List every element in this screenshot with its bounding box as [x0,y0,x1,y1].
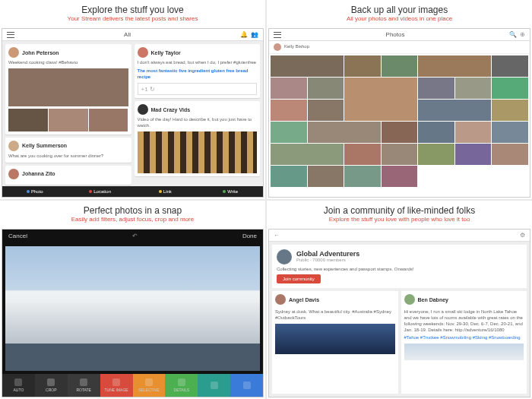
community-post[interactable]: Ben Dabney Hi everyone, I run a small sk… [401,291,527,394]
menu-icon[interactable] [274,32,281,38]
photo-thumb[interactable] [382,55,418,77]
post-author: Kelly Taylor [151,50,181,55]
panel1-title: Explore the stuff you love [0,0,265,15]
photo-thumb[interactable] [308,100,344,121]
photos-topbar: Photos 🔍⊕ [269,29,530,41]
photo-thumb[interactable] [455,122,492,143]
photo-thumb[interactable] [418,78,454,99]
photo-thumb[interactable] [271,78,307,99]
avatar [8,169,19,179]
tool-tune[interactable]: TUNE IMAGE [100,374,133,397]
tool-rotate[interactable]: ROTATE [68,374,100,397]
people-icon[interactable]: 👥 [251,31,258,38]
post-text: Weekend cooking class! #Behavio [8,60,128,66]
reshare-row[interactable]: +1 ↻ [138,83,258,95]
photo-thumb[interactable] [344,78,417,121]
join-button[interactable]: Join community [277,274,321,283]
photo-thumb[interactable] [344,144,381,165]
photo-thumb[interactable] [418,55,491,77]
tool-auto[interactable]: AUTO [2,374,35,397]
post-card[interactable]: Johanna Zito [5,166,131,185]
stream-tab[interactable]: All [14,31,240,38]
tool-details[interactable]: DETAILS [165,374,198,397]
photo-thumb[interactable] [492,144,528,165]
cancel-button[interactable]: Cancel [8,233,27,239]
tool-selective[interactable]: SELECTIVE [133,374,166,397]
post-image[interactable] [49,109,88,131]
photo-thumb[interactable] [492,55,528,77]
back-icon[interactable]: ← [274,232,280,239]
post-link[interactable]: The most fantastic five ingredient glute… [138,68,258,81]
editor-topbar: Cancel ↶ Done [2,230,263,243]
post-card[interactable]: Kelly Summerson What are you cooking ove… [5,138,131,163]
share-write[interactable]: Write [198,186,263,197]
photo-thumb[interactable] [492,78,528,99]
post-author: Ben Dabney [418,297,448,302]
post-text: Sydney at dusk. What a beautiful city. #… [275,309,395,321]
post-text: Video of the day! Hard to describe it, b… [138,117,258,129]
photo-thumb[interactable] [271,144,344,165]
post-image[interactable] [8,68,128,106]
post-image[interactable] [89,109,128,131]
tool-more2[interactable] [230,374,263,397]
editor-canvas[interactable] [5,246,260,372]
editor-toolbar: AUTO CROP ROTATE TUNE IMAGE SELECTIVE DE… [2,374,263,397]
photo-thumb[interactable] [308,122,381,143]
post-image[interactable] [8,109,48,131]
photo-thumb[interactable] [344,55,381,77]
photo-thumb[interactable] [382,166,418,187]
photo-thumb[interactable] [271,166,307,187]
post-tags[interactable]: #Tahoe #Truckee #Snowmobiling #Skiing #S… [404,335,524,341]
photo-thumb[interactable] [418,122,454,143]
photo-thumb[interactable] [271,55,344,77]
photos-user: Kelly Bishop [284,44,309,50]
share-link[interactable]: Link [133,186,198,197]
share-location[interactable]: Location [68,186,133,197]
post-author: Kelly Summerson [22,143,67,148]
avatar [274,43,281,51]
photo-thumb[interactable] [271,100,307,121]
tool-crop[interactable]: CROP [35,374,68,397]
photo-thumb[interactable] [271,122,307,143]
photo-thumb[interactable] [382,122,418,143]
done-button[interactable]: Done [242,233,257,239]
post-image[interactable] [404,344,524,360]
photo-thumb[interactable] [492,100,528,121]
post-card[interactable]: John Peterson Weekend cooking class! #Be… [5,44,131,135]
photo-thumb[interactable] [308,78,344,99]
gear-icon[interactable]: ⚙ [520,232,525,239]
avatar [138,47,148,58]
undo-icon[interactable]: ↶ [132,233,138,239]
photos-user-row: Kelly Bishop [269,41,530,54]
community-topbar: ← ⚙ [269,230,530,242]
options-icon[interactable]: ⊕ [520,31,525,38]
post-card[interactable]: Mad Crazy Vids Video of the day! Hard to… [135,101,261,176]
photo-thumb[interactable] [492,122,528,143]
post-text: I don't always eat bread, but when I do,… [138,60,258,66]
avatar [8,47,19,58]
avatar [138,104,148,115]
post-text: Hi everyone, I run a small ski lodge in … [404,309,524,333]
menu-icon[interactable] [7,32,14,38]
photo-thumb[interactable] [418,144,454,165]
photo-thumb[interactable] [455,144,492,165]
photo-thumb[interactable] [344,166,381,187]
bell-icon[interactable]: 🔔 [240,31,248,38]
photo-thumb[interactable] [418,100,491,121]
community-name: Global Adventurers [296,250,359,258]
photo-thumb[interactable] [382,144,418,165]
photo-thumb[interactable] [455,78,492,99]
community-header: Global Adventurers Public · 70000 member… [272,245,527,289]
share-photo[interactable]: Photo [2,186,68,197]
post-video[interactable] [138,131,258,173]
community-members: Public · 70000 members [296,258,359,264]
photos-tab[interactable]: Photos [281,31,509,38]
post-card[interactable]: Kelly Taylor I don't always eat bread, b… [135,44,261,98]
photo-thumb[interactable] [308,166,344,187]
search-icon[interactable]: 🔍 [509,31,517,38]
avatar [8,141,19,151]
post-image[interactable] [275,324,395,354]
tool-more1[interactable] [198,374,230,397]
community-post[interactable]: Angel Davis Sydney at dusk. What a beaut… [272,291,398,394]
post-author: Mad Crazy Vids [151,107,191,112]
